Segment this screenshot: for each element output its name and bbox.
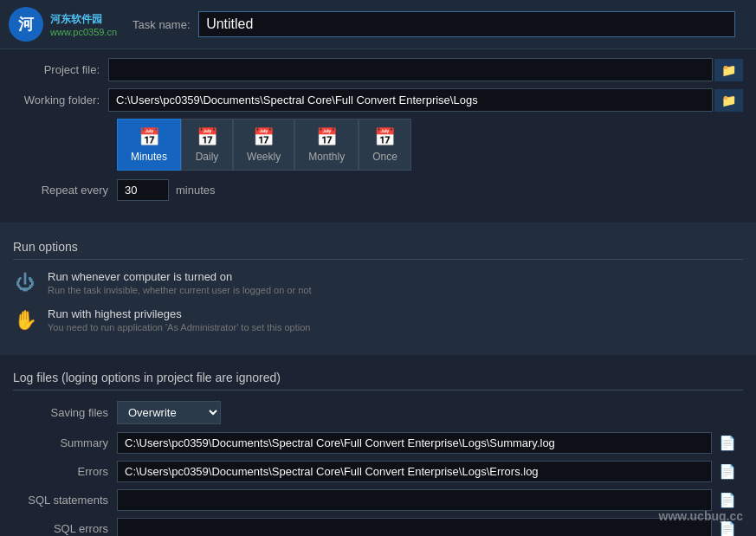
repeat-label: Repeat every (13, 184, 117, 197)
task-name-label: Task name: (132, 18, 190, 31)
hand-icon: ✋ (13, 309, 37, 332)
schedule-container: 📅 Minutes 📅 Daily 📅 Weekly 📅 Monthly 📅 O… (117, 119, 743, 171)
log-files-section: Log files (loging options in project fil… (0, 355, 756, 536)
tab-monthly[interactable]: 📅 Monthly (294, 119, 359, 171)
sql-statements-label: SQL statements (13, 494, 117, 507)
errors-input[interactable] (117, 461, 712, 482)
tab-weekly[interactable]: 📅 Weekly (233, 119, 294, 171)
run-options-section: Run options ⏻ Run whenever computer is t… (0, 223, 756, 355)
errors-browse-button[interactable]: 📄 (712, 460, 743, 483)
saving-files-label: Saving files (13, 406, 117, 419)
task-name-area: Task name: (132, 11, 747, 37)
tab-minutes[interactable]: 📅 Minutes (117, 119, 181, 171)
summary-label: Summary (13, 436, 117, 449)
run-on-startup-title: Run whenever computer is turned on (48, 270, 312, 283)
monthly-icon: 📅 (316, 126, 338, 147)
tab-weekly-label: Weekly (247, 151, 281, 163)
errors-row: Errors 📄 (13, 460, 743, 483)
project-file-input[interactable] (108, 58, 713, 81)
weekly-icon: 📅 (253, 126, 275, 147)
sql-errors-label: SQL errors (13, 522, 117, 535)
working-folder-label: Working folder: (13, 94, 108, 107)
tab-daily-label: Daily (196, 151, 219, 163)
summary-row: Summary 📄 (13, 431, 743, 455)
run-highest-privileges-option[interactable]: ✋ Run with highest privileges You need t… (13, 307, 743, 333)
run-highest-privileges-desc: You need to run application 'As Administ… (48, 322, 310, 333)
working-folder-row: Working folder: 📁 (13, 88, 743, 112)
project-file-row: Project file: 📁 (13, 58, 743, 81)
run-options-header: Run options (13, 233, 743, 260)
task-name-input[interactable] (198, 11, 735, 37)
project-file-label: Project file: (13, 63, 108, 76)
sql-errors-row: SQL errors 📄 (13, 517, 743, 536)
sql-errors-input[interactable] (117, 518, 712, 536)
project-file-browse-button[interactable]: 📁 (714, 59, 743, 81)
run-highest-privileges-title: Run with highest privileges (48, 307, 310, 320)
tab-once[interactable]: 📅 Once (359, 119, 411, 171)
tab-daily[interactable]: 📅 Daily (181, 119, 233, 171)
sql-statements-browse-button[interactable]: 📄 (712, 488, 743, 512)
working-folder-browse-button[interactable]: 📁 (714, 89, 743, 112)
saving-files-row: Saving files Overwrite Append Rotate (13, 401, 743, 424)
watermark-area: 河东软件园 www.pc0359.cn (50, 12, 117, 37)
top-bar: 河 河东软件园 www.pc0359.cn Task name: (0, 0, 756, 49)
sql-statements-row: SQL statements 📄 (13, 488, 743, 512)
main-content: Project file: 📁 Working folder: 📁 📅 Minu… (0, 49, 756, 223)
run-on-startup-desc: Run the task invisible, whether current … (48, 285, 312, 295)
watermark-line1: 河东软件园 (50, 12, 117, 27)
run-highest-privileges-text: Run with highest privileges You need to … (48, 307, 310, 333)
summary-browse-button[interactable]: 📄 (712, 431, 743, 455)
saving-files-select[interactable]: Overwrite Append Rotate (117, 401, 221, 424)
repeat-input[interactable] (117, 179, 169, 201)
repeat-unit: minutes (176, 184, 216, 197)
repeat-row: Repeat every minutes (13, 179, 743, 201)
sql-statements-input[interactable] (117, 489, 712, 511)
minutes-icon: 📅 (139, 126, 160, 147)
watermark-line2: www.pc0359.cn (50, 27, 117, 37)
working-folder-input[interactable] (108, 88, 713, 112)
summary-input[interactable] (117, 432, 712, 454)
schedule-tabs: 📅 Minutes 📅 Daily 📅 Weekly 📅 Monthly 📅 O… (117, 119, 743, 171)
power-icon: ⏻ (13, 272, 37, 294)
daily-icon: 📅 (197, 126, 218, 147)
sql-errors-browse-button[interactable]: 📄 (712, 517, 743, 536)
run-on-startup-option[interactable]: ⏻ Run whenever computer is turned on Run… (13, 270, 743, 295)
errors-label: Errors (13, 465, 117, 478)
log-files-header: Log files (loging options in project fil… (13, 364, 743, 391)
run-on-startup-text: Run whenever computer is turned on Run t… (48, 270, 312, 295)
tab-once-label: Once (372, 151, 397, 163)
tab-monthly-label: Monthly (308, 151, 345, 163)
app-logo: 河 (9, 7, 43, 42)
tab-minutes-label: Minutes (131, 151, 167, 163)
once-icon: 📅 (374, 126, 396, 147)
